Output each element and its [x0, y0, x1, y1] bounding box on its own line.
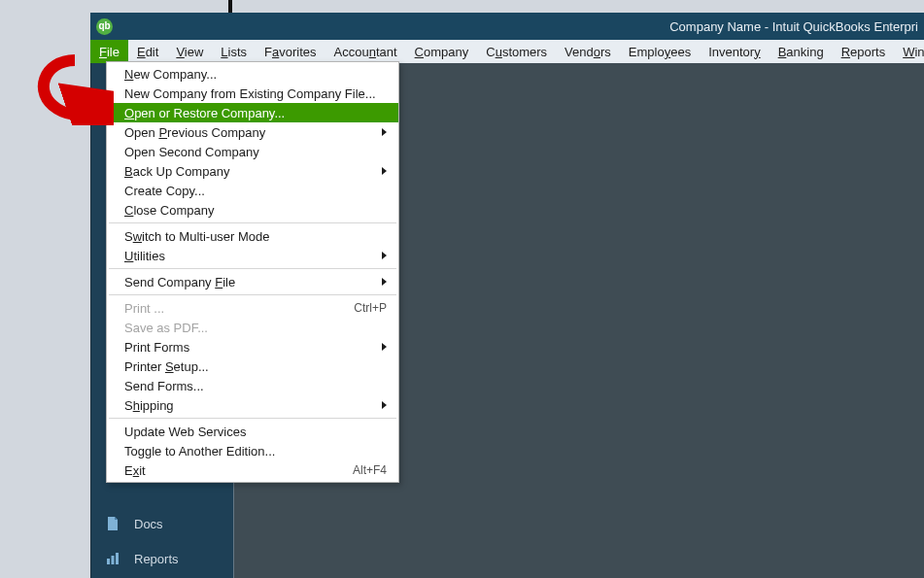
menu-favorites[interactable]: Favorites — [256, 40, 325, 63]
menu-label: View — [176, 45, 203, 59]
menu-file[interactable]: File — [90, 40, 128, 63]
window-title: Company Name - Intuit QuickBooks Enterpr… — [669, 19, 918, 34]
dd-close-company[interactable]: Close Company — [107, 200, 398, 220]
dd-new-company[interactable]: New Company... — [107, 64, 398, 84]
dd-print-forms[interactable]: Print Forms — [107, 337, 398, 357]
menu-reports[interactable]: Reports — [833, 40, 895, 63]
chart-icon — [105, 551, 120, 566]
dd-utilities[interactable]: Utilities — [107, 246, 398, 265]
dd-backup[interactable]: Back Up Company — [107, 161, 398, 181]
dd-shipping[interactable]: Shipping — [107, 395, 398, 415]
menu-item-label: Print ... — [124, 301, 164, 316]
menu-item-label: Update Web Services — [124, 425, 247, 439]
app-window: qb Company Name - Intuit QuickBooks Ente… — [90, 13, 924, 578]
sidebar-item-docs[interactable]: Docs — [91, 506, 233, 541]
svg-rect-0 — [107, 559, 110, 564]
dd-exit[interactable]: ExitAlt+F4 — [107, 460, 398, 480]
menu-label: File — [99, 45, 120, 59]
menu-item-label: Shipping — [124, 398, 174, 413]
menu-item-label: Exit — [124, 463, 146, 478]
menu-label: Banking — [778, 45, 824, 59]
menu-label: Company — [415, 45, 469, 59]
submenu-arrow-icon — [382, 128, 387, 136]
dd-printer-setup[interactable]: Printer Setup... — [107, 357, 398, 376]
menu-item-label: Utilities — [124, 249, 165, 263]
submenu-arrow-icon — [382, 167, 387, 175]
menu-item-label: Back Up Company — [124, 164, 229, 179]
background-strip — [228, 0, 232, 13]
title-bar: qb Company Name - Intuit QuickBooks Ente… — [90, 13, 924, 40]
menu-item-label: New Company from Existing Company File..… — [124, 86, 376, 101]
menu-item-label: Open Previous Company — [124, 125, 265, 140]
dd-new-from-existing[interactable]: New Company from Existing Company File..… — [107, 84, 398, 103]
dd-open-previous[interactable]: Open Previous Company — [107, 122, 398, 142]
menu-window[interactable]: Window — [894, 40, 924, 63]
menu-item-label: Create Copy... — [124, 184, 205, 198]
dd-update-web[interactable]: Update Web Services — [107, 422, 398, 441]
svg-rect-1 — [112, 556, 115, 564]
menu-item-label: Send Forms... — [124, 379, 204, 393]
menu-item-label: Open or Restore Company... — [124, 106, 285, 120]
menu-label: Accountant — [334, 45, 397, 59]
dd-open-restore[interactable]: Open or Restore Company... — [107, 103, 398, 122]
menu-edit[interactable]: Edit — [128, 40, 167, 63]
menu-separator — [109, 294, 396, 295]
dd-open-second[interactable]: Open Second Company — [107, 142, 398, 161]
doc-icon — [105, 516, 120, 531]
menu-item-shortcut: Ctrl+P — [354, 301, 387, 315]
menu-item-label: Toggle to Another Edition... — [124, 444, 275, 459]
dd-print: Print ...Ctrl+P — [107, 298, 398, 318]
menu-item-label: Print Forms — [124, 340, 189, 355]
menu-label: Vendors — [565, 45, 611, 59]
menu-item-label: Send Company File — [124, 275, 235, 289]
menu-inventory[interactable]: Inventory — [700, 40, 769, 63]
file-menu-dropdown: New Company...New Company from Existing … — [106, 61, 399, 483]
menu-separator — [109, 268, 396, 269]
menu-label: Edit — [137, 45, 158, 59]
menu-label: Favorites — [264, 45, 316, 59]
menu-item-label: New Company... — [124, 67, 217, 82]
submenu-arrow-icon — [382, 252, 387, 259]
menu-item-label: Printer Setup... — [124, 359, 209, 374]
menu-accountant[interactable]: Accountant — [325, 40, 406, 63]
menu-label: Reports — [841, 45, 886, 59]
menu-customers[interactable]: Customers — [477, 40, 556, 63]
menu-view[interactable]: View — [167, 40, 212, 63]
menu-item-label: Open Second Company — [124, 145, 259, 159]
dd-create-copy[interactable]: Create Copy... — [107, 181, 398, 200]
menu-label: Lists — [221, 45, 247, 59]
submenu-arrow-icon — [382, 278, 387, 286]
menu-lists[interactable]: Lists — [212, 40, 256, 63]
menu-separator — [109, 222, 396, 223]
menu-company[interactable]: Company — [406, 40, 478, 63]
dd-send-forms[interactable]: Send Forms... — [107, 376, 398, 395]
menu-label: Customers — [486, 45, 547, 59]
sidebar-item-label: Reports — [134, 552, 179, 566]
submenu-arrow-icon — [382, 401, 387, 409]
dd-save-pdf: Save as PDF... — [107, 318, 398, 337]
svg-rect-2 — [116, 553, 119, 564]
sidebar-item-label: Docs — [134, 517, 163, 531]
dd-toggle-edition[interactable]: Toggle to Another Edition... — [107, 441, 398, 460]
sidebar-item-reports[interactable]: Reports — [91, 541, 233, 576]
menu-label: Employees — [629, 45, 691, 59]
dd-switch-multiuser[interactable]: Switch to Multi-user Mode — [107, 226, 398, 246]
menu-item-label: Switch to Multi-user Mode — [124, 229, 270, 244]
menu-employees[interactable]: Employees — [620, 40, 700, 63]
submenu-arrow-icon — [382, 343, 387, 351]
menu-banking[interactable]: Banking — [770, 40, 833, 63]
menu-item-shortcut: Alt+F4 — [353, 463, 387, 477]
menu-item-label: Close Company — [124, 203, 215, 218]
menu-label: Window — [903, 45, 924, 59]
quickbooks-logo-icon: qb — [96, 18, 113, 35]
dd-send-company-file[interactable]: Send Company File — [107, 272, 398, 291]
menu-bar: FileEditViewListsFavoritesAccountantComp… — [90, 40, 924, 63]
menu-vendors[interactable]: Vendors — [556, 40, 620, 63]
menu-label: Inventory — [708, 45, 760, 59]
menu-item-label: Save as PDF... — [124, 321, 208, 335]
menu-separator — [109, 418, 396, 419]
